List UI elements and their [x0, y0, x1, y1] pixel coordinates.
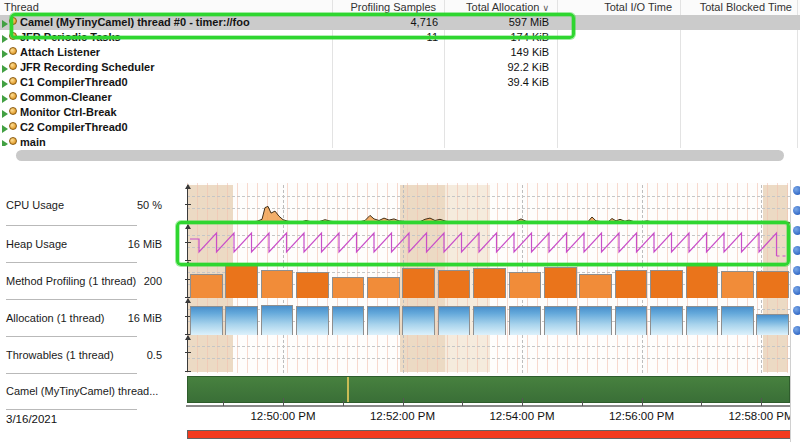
thread-ball-icon	[9, 122, 17, 130]
row-tick-value: 16 MiB	[128, 312, 162, 324]
table-row-thread[interactable]: C1 CompilerThread039.4 KiB	[0, 75, 800, 90]
row-control-icon[interactable]	[793, 226, 800, 235]
axis-tick-mark	[185, 204, 191, 205]
method-profiling-bar	[650, 270, 683, 298]
table-row-thread[interactable]: Monitor Ctrl-Break	[0, 105, 800, 120]
running-arrow-icon	[2, 110, 8, 118]
row-control-icon[interactable]	[793, 326, 800, 335]
thread-ball-icon	[9, 92, 17, 100]
thread-name: Attach Listener	[20, 45, 100, 60]
table-row-thread[interactable]: main	[0, 135, 800, 146]
table-row-thread[interactable]: Attach Listener149 KiB	[0, 45, 800, 60]
thread-name: C2 CompilerThread0	[20, 120, 128, 135]
running-arrow-icon	[2, 50, 8, 58]
timeline-row-label-2: Heap Usage16 MiB	[0, 225, 187, 262]
column-header-profiling-samples[interactable]: Profiling Samples	[332, 0, 436, 15]
axis-tick-mark	[185, 371, 191, 372]
thread-state-icon	[2, 47, 18, 58]
allocation-bar	[261, 305, 294, 335]
value-gridline	[187, 247, 790, 248]
method-profiling-bar	[332, 277, 365, 298]
running-arrow-icon	[2, 125, 8, 133]
method-profiling-bar	[509, 272, 542, 298]
allocation-bar	[190, 306, 223, 335]
row-control-icon[interactable]	[793, 206, 800, 215]
method-profiling-bar	[367, 277, 400, 298]
row-control-icon[interactable]	[793, 306, 800, 315]
thread-ball-icon	[9, 62, 17, 70]
sort-indicator-icon: ∨	[542, 3, 549, 13]
row-tick-value: 0.5	[147, 349, 162, 361]
camel-event-marker	[347, 377, 349, 402]
column-header-total-i-o-time[interactable]: Total I/O Time	[557, 0, 672, 15]
row-label-text: Heap Usage	[0, 238, 67, 250]
axis-arrow-icon	[185, 261, 191, 266]
thread-ball-icon	[9, 47, 17, 55]
time-axis-line	[186, 405, 792, 407]
row-value-axis	[187, 336, 188, 372]
method-profiling-bar	[225, 265, 258, 298]
method-profiling-bar	[402, 268, 435, 298]
cell-samples: 11	[332, 30, 438, 45]
value-gridline	[187, 346, 790, 347]
timeline-row-label-3: Method Profiling (1 thread)200	[0, 262, 187, 299]
date-label: 3/16/2021	[6, 413, 57, 425]
method-profiling-bar	[579, 274, 612, 298]
row-tick-value: 200	[144, 275, 162, 287]
timeline-row-label-4: Allocation (1 thread)16 MiB	[0, 299, 187, 336]
running-arrow-icon	[2, 140, 8, 146]
row-separator	[6, 299, 137, 300]
axis-arrow-icon	[185, 335, 191, 340]
time-tick-label: 12:56:00 PM	[609, 410, 674, 422]
table-row-thread[interactable]: Camel (MyTinyCamel) thread #0 - timer://…	[0, 15, 800, 30]
value-gridline	[187, 196, 790, 197]
axis-arrow-icon	[185, 184, 191, 189]
timeline-plot[interactable]	[187, 183, 790, 375]
allocation-bar	[367, 306, 400, 335]
table-row-thread[interactable]: JFR Periodic Tasks11174 KiB	[0, 30, 800, 45]
table-horizontal-scrollbar[interactable]	[16, 150, 784, 161]
allocation-bar	[438, 306, 471, 335]
row-control-icon[interactable]	[793, 246, 800, 255]
allocation-bar	[509, 306, 542, 335]
value-gridline	[187, 358, 790, 359]
time-tick-label: 12:54:00 PM	[489, 410, 554, 422]
method-profiling-bar	[721, 271, 754, 298]
column-header-thread[interactable]: Thread	[4, 0, 324, 15]
row-control-icon[interactable]	[793, 266, 800, 275]
allocation-bar	[332, 306, 365, 335]
column-header-total-allocation[interactable]: Total Allocation∨	[444, 0, 549, 15]
allocation-bar	[473, 306, 506, 335]
cell-samples: 4,716	[332, 15, 438, 30]
thread-name: JFR Recording Scheduler	[20, 60, 154, 75]
row-separator	[6, 409, 137, 410]
thread-ball-icon	[9, 77, 17, 85]
thread-state-icon	[2, 77, 18, 88]
cell-allocation: 149 KiB	[444, 45, 549, 60]
thread-name: Camel (MyTinyCamel) thread #0 - timer://…	[20, 15, 250, 30]
running-arrow-icon	[2, 65, 8, 73]
table-row-thread[interactable]: Common-Cleaner	[0, 90, 800, 105]
timeline-row-label-6: Camel (MyTinyCamel) thread...	[0, 373, 187, 409]
row-value-axis	[187, 225, 188, 261]
timeline-row-label-5: Throwables (1 thread)0.5	[0, 336, 187, 373]
row-control-icon[interactable]	[793, 186, 800, 195]
table-row-thread[interactable]: JFR Recording Scheduler92.2 KiB	[0, 60, 800, 75]
axis-arrow-icon	[185, 224, 191, 229]
row-label-text: Allocation (1 thread)	[0, 312, 104, 324]
time-tick-label: 12:52:00 PM	[370, 410, 435, 422]
cell-allocation: 92.2 KiB	[444, 60, 549, 75]
table-row-thread[interactable]: C2 CompilerThread0	[0, 120, 800, 135]
thread-state-icon	[2, 32, 18, 43]
row-control-icon[interactable]	[793, 286, 800, 295]
row-separator	[6, 225, 137, 226]
value-gridline	[187, 208, 790, 209]
method-profiling-bar	[438, 270, 471, 298]
row-tick-value: 50 %	[137, 199, 162, 211]
cell-allocation: 39.4 KiB	[444, 75, 549, 90]
timeline-scrollbar[interactable]	[187, 430, 791, 439]
allocation-bar	[402, 306, 435, 335]
column-header-total-blocked-time[interactable]: Total Blocked Time	[680, 0, 792, 15]
running-arrow-icon	[2, 95, 8, 103]
allocation-bar	[225, 306, 258, 335]
